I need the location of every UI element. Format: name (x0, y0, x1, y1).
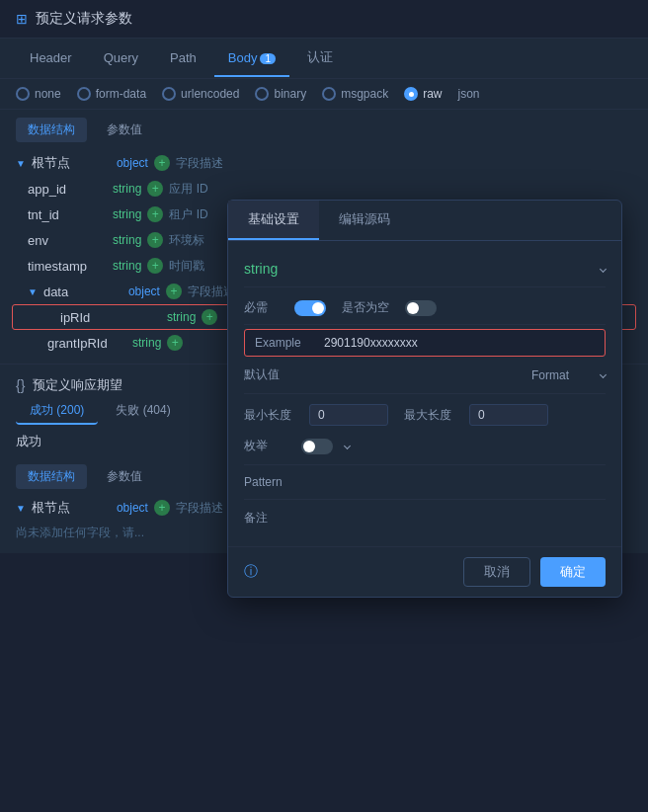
cancel-button[interactable]: 取消 (463, 557, 530, 587)
radio-urlencoded[interactable]: urlencoded (162, 87, 239, 101)
radio-none[interactable]: none (16, 87, 61, 101)
field-type-data: object (128, 284, 160, 298)
radio-label-form-data: form-data (96, 87, 146, 101)
radio-label-none: none (35, 87, 61, 101)
add-btn-app-id[interactable]: + (147, 181, 163, 197)
radio-label-json: json (458, 87, 480, 101)
settings-popup: 基础设置 编辑源码 string 必需 是否为空 (227, 200, 622, 598)
response-tab-success[interactable]: 成功 (200) (16, 398, 98, 425)
format-chevron-icon[interactable] (600, 371, 607, 378)
pattern-row: Pattern (244, 469, 606, 495)
add-btn-tnt-id[interactable]: + (147, 206, 163, 222)
field-type-iprid: string (167, 310, 196, 324)
max-length-input[interactable] (469, 404, 548, 426)
panel-header: ⊞ 预定义请求参数 (0, 0, 648, 39)
response-root-label: 根节点 (32, 499, 111, 517)
field-type-grantiprid: string (132, 336, 161, 350)
radio-label-msgpack: msgpack (341, 87, 388, 101)
radio-label-urlencoded: urlencoded (181, 87, 239, 101)
radio-msgpack[interactable]: msgpack (322, 87, 388, 101)
radio-label-raw: raw (423, 87, 442, 101)
field-name-data: data (43, 284, 122, 299)
radio-form-data[interactable]: form-data (77, 87, 146, 101)
root-desc: 字段描述 (176, 155, 223, 172)
tree-row-app-id: app_id string + 应用 ID (0, 176, 648, 202)
radio-raw[interactable]: raw (404, 87, 442, 101)
root-label: 根节点 (32, 154, 111, 172)
response-root-type: object (117, 501, 148, 515)
tab-auth[interactable]: 认证 (293, 39, 347, 78)
brace-icon: {} (16, 377, 25, 393)
enum-toggle[interactable] (301, 439, 333, 454)
add-btn-iprid[interactable]: + (202, 309, 217, 325)
panel-icon: ⊞ (16, 11, 28, 27)
root-add-button[interactable]: + (154, 155, 170, 171)
tab-header[interactable]: Header (16, 41, 86, 77)
response-root-chevron[interactable]: ▼ (16, 503, 26, 514)
default-label: 默认值 (244, 366, 293, 383)
field-name-tnt-id: tnt_id (28, 207, 107, 222)
field-name-timestamp: timestamp (28, 259, 107, 274)
type-label: string (244, 261, 278, 277)
response-subtab-param-values[interactable]: 参数值 (95, 464, 154, 489)
toggle-required-row: 必需 是否为空 (244, 291, 606, 325)
radio-circle-none (16, 87, 30, 101)
field-desc-app-id: 应用 ID (169, 181, 207, 198)
remark-label: 备注 (244, 510, 293, 527)
tree-area: ▼ 根节点 object + 字段描述 app_id string + 应用 I… (0, 150, 648, 364)
enum-label: 枚举 (244, 438, 293, 454)
popup-footer: ⓘ 取消 确定 (228, 546, 621, 597)
radio-binary[interactable]: binary (255, 87, 306, 101)
popup-tab-basic[interactable]: 基础设置 (228, 201, 319, 240)
root-chevron[interactable]: ▼ (16, 158, 26, 169)
field-type-tnt-id: string (113, 207, 141, 221)
field-name-grantiprid: grantIpRId (47, 336, 126, 351)
required-toggle[interactable] (294, 300, 326, 316)
tab-path[interactable]: Path (156, 41, 210, 77)
popup-tab-source[interactable]: 编辑源码 (319, 201, 410, 240)
confirm-button[interactable]: 确定 (540, 557, 606, 587)
add-btn-grantiprid[interactable]: + (167, 335, 183, 351)
tab-query[interactable]: Query (90, 41, 152, 77)
radio-circle-form-data (77, 87, 91, 101)
min-length-input[interactable] (309, 404, 388, 426)
add-btn-env[interactable]: + (147, 232, 163, 248)
min-length-label: 最小长度 (244, 407, 293, 424)
default-format-row: 默认值 Format (244, 361, 606, 389)
example-value[interactable]: 2901190xxxxxxxx (324, 336, 595, 350)
tabs-row: Header Query Path Body1 认证 (0, 39, 648, 79)
data-chevron[interactable]: ▼ (28, 286, 38, 297)
sub-tab-data-structure[interactable]: 数据结构 (16, 118, 87, 142)
enum-row: 枚举 (244, 432, 606, 460)
add-btn-timestamp[interactable]: + (147, 258, 163, 274)
popup-tabs: 基础设置 编辑源码 (228, 201, 621, 241)
type-chevron-icon[interactable] (600, 265, 607, 272)
max-length-label: 最大长度 (404, 407, 453, 424)
response-subtab-data-structure[interactable]: 数据结构 (16, 464, 87, 489)
add-btn-data[interactable]: + (166, 284, 182, 299)
field-type-app-id: string (113, 182, 141, 196)
field-name-env: env (28, 233, 107, 248)
enum-chevron-icon[interactable] (344, 443, 351, 449)
response-root-desc: 字段描述 (176, 500, 223, 517)
sub-tabs-row: 数据结构 参数值 (0, 110, 648, 150)
field-desc-env: 环境标 (169, 232, 204, 249)
radio-json[interactable]: json (458, 87, 480, 101)
response-title: 预定义响应期望 (33, 376, 122, 394)
tree-root-row: ▼ 根节点 object + 字段描述 (0, 150, 648, 176)
sub-tab-param-values[interactable]: 参数值 (95, 118, 154, 142)
example-row: Example 2901190xxxxxxxx (244, 329, 606, 357)
radio-circle-msgpack (322, 87, 336, 101)
popup-body: string 必需 是否为空 Example 2901190xxxxxxxx (228, 241, 621, 546)
field-name-iprid: ipRId (60, 310, 139, 325)
field-desc-timestamp: 时间戳 (169, 258, 204, 275)
help-icon[interactable]: ⓘ (244, 563, 258, 581)
length-row: 最小长度 最大长度 (244, 398, 606, 432)
required-label: 必需 (244, 299, 279, 316)
tab-body[interactable]: Body1 (214, 41, 289, 77)
response-tab-failure[interactable]: 失败 (404) (102, 398, 184, 425)
nullable-toggle[interactable] (405, 300, 437, 316)
field-name-app-id: app_id (28, 182, 107, 197)
example-label: Example (255, 336, 324, 350)
response-root-add-btn[interactable]: + (154, 500, 170, 516)
